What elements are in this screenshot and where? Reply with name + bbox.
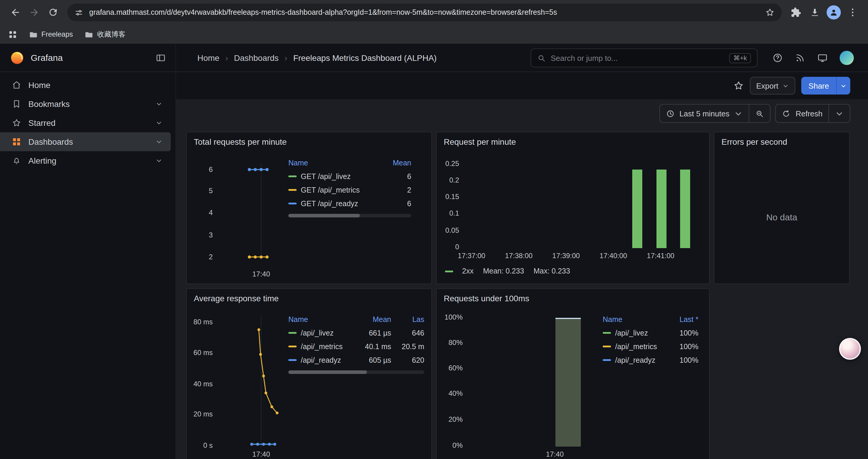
- panel-requests-under-100ms: Requests under 100ms 100% 80% 60% 40% 20…: [436, 288, 710, 459]
- series-swatch: [288, 346, 297, 347]
- dashboards-grid-icon: [12, 137, 21, 146]
- grafana-sidebar: Grafana Home Bookmarks Starred: [0, 44, 176, 459]
- url-bar[interactable]: grafana.mathmast.com/d/deytv4rwavabkb/fr…: [67, 4, 782, 21]
- legend-col-mean[interactable]: Mean: [350, 315, 391, 323]
- chevron-down-icon[interactable]: [155, 138, 162, 145]
- legend-col-last[interactable]: Las: [391, 315, 424, 323]
- sidebar-nav: Home Bookmarks Starred Dashboards: [0, 72, 176, 170]
- breadcrumb: Home › Dashboards › Freeleaps Metrics Da…: [197, 53, 437, 62]
- bookmark-item[interactable]: Freeleaps: [29, 30, 73, 39]
- zoom-out-button[interactable]: [749, 104, 770, 122]
- share-button-group: Share: [802, 77, 850, 95]
- floating-assistant-avatar[interactable]: [839, 338, 861, 360]
- user-avatar[interactable]: [840, 51, 854, 65]
- downloads-icon[interactable]: [805, 3, 824, 22]
- breadcrumb-separator: ›: [284, 53, 287, 62]
- legend-row[interactable]: GET /api/_readyz 6: [288, 197, 411, 210]
- series-mean: Mean: 0.233: [483, 267, 524, 275]
- series-swatch: [288, 175, 297, 177]
- search-input[interactable]: [551, 54, 724, 62]
- news-rss-icon[interactable]: [795, 52, 805, 63]
- series-swatch: [445, 270, 453, 272]
- folder-icon: [29, 30, 38, 39]
- refresh-button[interactable]: Refresh: [776, 104, 829, 122]
- legend-col-name[interactable]: Name: [288, 315, 350, 323]
- bookmarks-bar: Freeleaps 收藏博客: [0, 25, 868, 44]
- chevron-down-icon[interactable]: [155, 119, 162, 126]
- legend-row[interactable]: /api/_readyz 605 µs 620: [288, 353, 424, 367]
- sidebar-item-starred[interactable]: Starred: [0, 113, 171, 132]
- dashboard-canvas: Last 5 minutes Refresh: [176, 99, 868, 459]
- legend-col-mean[interactable]: Mean: [375, 159, 411, 167]
- legend-row[interactable]: /api/_readyz 100%: [603, 353, 699, 367]
- sidebar-item-label: Alerting: [28, 156, 56, 165]
- y-tick: 20 ms: [189, 410, 213, 418]
- legend-row[interactable]: /api/_livez 100%: [603, 326, 699, 340]
- legend-table: Name Mean Las /api/_livez 661 µs 646 /ap…: [288, 313, 433, 374]
- no-data-message: No data: [714, 132, 849, 284]
- extensions-icon[interactable]: [786, 3, 805, 22]
- top-nav: Home › Dashboards › Freeleaps Metrics Da…: [176, 44, 868, 72]
- legend-scrollbar[interactable]: [288, 214, 411, 218]
- forward-icon[interactable]: [25, 3, 44, 22]
- y-tick: 0 s: [189, 441, 213, 450]
- export-button[interactable]: Export: [749, 77, 795, 95]
- legend-row[interactable]: /api/_metrics 40.1 ms 20.5 m: [288, 340, 424, 353]
- search-shortcut: ⌘+k: [729, 53, 751, 63]
- share-menu-button[interactable]: [836, 77, 850, 95]
- dashboard-actions-row: Export Share: [176, 72, 868, 99]
- bookmark-star-icon[interactable]: [765, 8, 775, 17]
- bookmark-label: 收藏博客: [97, 29, 126, 39]
- browser-menu-icon[interactable]: [843, 3, 862, 22]
- search-box[interactable]: ⌘+k: [531, 48, 757, 67]
- legend-col-name[interactable]: Name: [288, 159, 375, 167]
- site-info-icon[interactable]: [74, 8, 83, 17]
- time-range-picker[interactable]: Last 5 minutes: [660, 104, 749, 122]
- chevron-down-icon[interactable]: [155, 100, 162, 107]
- sidebar-item-label: Starred: [28, 118, 56, 128]
- series-swatch: [288, 359, 297, 361]
- apps-grid-icon[interactable]: [8, 30, 17, 39]
- grafana-logo-icon[interactable]: [9, 50, 25, 65]
- bookmark-item[interactable]: 收藏博客: [85, 29, 126, 39]
- legend-table: Name Mean GET /api/_livez 6 GET /api/_me…: [288, 156, 427, 218]
- breadcrumb-home[interactable]: Home: [197, 53, 219, 62]
- y-tick: 3: [195, 231, 213, 239]
- reload-icon[interactable]: [44, 3, 63, 22]
- refresh-icon: [782, 109, 791, 118]
- topnav-icons: [772, 51, 854, 65]
- legend-row[interactable]: /api/_metrics 100%: [603, 340, 699, 353]
- zoom-out-icon: [755, 109, 764, 118]
- legend-scrollbar[interactable]: [288, 370, 424, 374]
- monitor-icon[interactable]: [817, 52, 828, 63]
- legend-row[interactable]: GET /api/_livez 6: [288, 169, 411, 183]
- help-icon[interactable]: [772, 52, 783, 63]
- profile-avatar[interactable]: [824, 3, 843, 22]
- sidebar-item-dashboards[interactable]: Dashboards: [0, 132, 171, 151]
- chevron-down-icon[interactable]: [155, 157, 162, 164]
- breadcrumb-dashboards[interactable]: Dashboards: [234, 53, 279, 62]
- sidebar-item-bookmarks[interactable]: Bookmarks: [0, 95, 171, 113]
- sidebar-item-label: Bookmarks: [28, 99, 70, 109]
- sidebar-item-alerting[interactable]: Alerting: [0, 151, 171, 170]
- legend-table: Name Last * /api/_livez 100% /api/_metri…: [603, 313, 703, 367]
- legend-col-name[interactable]: Name: [603, 315, 663, 323]
- favorite-star-icon[interactable]: [733, 80, 744, 91]
- legend-col-last[interactable]: Last *: [663, 315, 699, 323]
- share-button[interactable]: Share: [802, 77, 836, 95]
- panel-title[interactable]: Average response time: [194, 294, 279, 303]
- back-icon[interactable]: [6, 3, 25, 22]
- panel-title[interactable]: Total requests per minute: [194, 137, 286, 146]
- series-swatch: [288, 189, 297, 191]
- browser-toolbar: grafana.mathmast.com/d/deytv4rwavabkb/fr…: [0, 0, 868, 25]
- refresh-interval-button[interactable]: [829, 104, 850, 122]
- legend-row[interactable]: /api/_livez 661 µs 646: [288, 326, 424, 340]
- bell-icon: [12, 156, 21, 165]
- y-tick: 4: [195, 208, 213, 217]
- legend-row[interactable]: GET /api/_metrics 2: [288, 183, 411, 197]
- url-text[interactable]: grafana.mathmast.com/d/deytv4rwavabkb/fr…: [89, 8, 759, 17]
- sidebar-item-home[interactable]: Home: [0, 76, 171, 95]
- sidebar-toggle-icon[interactable]: [155, 52, 166, 63]
- export-label: Export: [756, 81, 778, 90]
- legend[interactable]: 2xx Mean: 0.233 Max: 0.233: [445, 267, 570, 275]
